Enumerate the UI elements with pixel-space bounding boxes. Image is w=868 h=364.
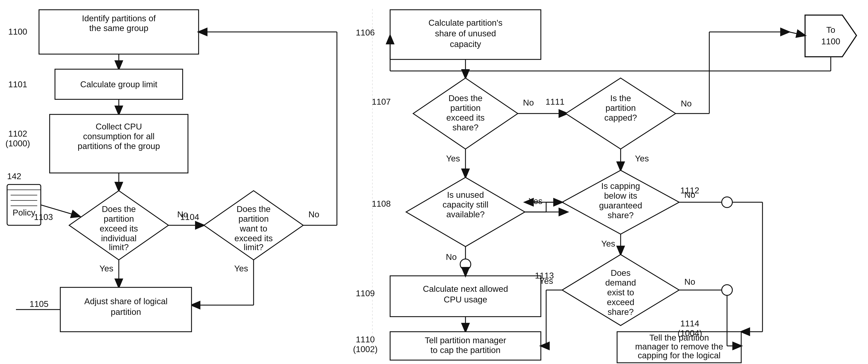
num-1101: 1101 <box>8 80 27 89</box>
yes-1103: Yes <box>99 264 113 273</box>
label-1111b: partition <box>606 103 636 113</box>
label-1103c: exceed its <box>100 224 138 233</box>
yes-1111: Yes <box>635 154 649 163</box>
label-policy: Policy <box>12 208 35 217</box>
num-1110a: 1110 <box>356 335 375 344</box>
label-1103b: partition <box>104 214 134 223</box>
label-1100: Identify partitions of <box>82 14 156 23</box>
num-1104: 1104 <box>180 212 199 222</box>
label-1109b: CPU usage <box>444 295 487 304</box>
label-1107d: share? <box>453 123 478 132</box>
num-1108: 1108 <box>372 199 391 208</box>
num-1114a: 1114 <box>680 319 700 328</box>
yes-1112: Yes <box>601 239 615 248</box>
label-1102a: Collect CPU <box>96 122 142 131</box>
num-1114b: (1004) <box>678 329 702 338</box>
arrow-to-pentagon <box>789 32 805 35</box>
label-1101: Calculate group limit <box>80 80 157 89</box>
label-1103d: individual <box>101 234 136 243</box>
label-1107c: exceed its <box>446 113 485 122</box>
label-1112c: guaranteed <box>599 201 642 210</box>
num-1110b: (1002) <box>353 344 378 354</box>
label-1113a: Does <box>611 268 630 278</box>
label-1111a: Is the <box>610 93 631 103</box>
label-1113b: demand <box>605 278 636 287</box>
num-1103: 1103 <box>34 212 53 222</box>
connector-1112 <box>722 197 732 208</box>
label-1107b: partition <box>451 103 481 113</box>
no-1107: No <box>523 98 534 107</box>
label-to1100a: To <box>826 25 835 35</box>
num-1107: 1107 <box>372 97 391 107</box>
num-policy: 142 <box>7 172 21 181</box>
connector-1113 <box>722 285 732 295</box>
label-1104a: Does the <box>237 204 271 214</box>
label-1105b: partition <box>111 307 141 316</box>
connector-1108 <box>460 259 471 270</box>
label-1100b: the same group <box>89 23 148 33</box>
label-1104c: want to <box>240 224 268 233</box>
main-diagram: Identify partitions of the same group 11… <box>0 0 868 364</box>
no-1113: No <box>684 277 695 286</box>
yes-1113: Yes <box>539 276 553 285</box>
label-1112d: share? <box>608 211 634 220</box>
num-1111: 1111 <box>546 97 565 107</box>
no-1112: No <box>684 190 695 200</box>
num-1106: 1106 <box>356 28 375 37</box>
label-1112b: below its <box>604 191 637 201</box>
num-1100: 1100 <box>8 27 27 36</box>
label-1113c: exist to <box>607 288 634 297</box>
label-to1100b: 1100 <box>822 37 840 46</box>
yes-1107: Yes <box>446 154 460 163</box>
node-to1100 <box>805 15 857 57</box>
label-1113e: share? <box>608 307 634 316</box>
num-1102a: 1102 <box>8 129 27 139</box>
label-1105a: Adjust share of logical <box>84 297 167 306</box>
label-1104d: exceed its <box>235 234 273 243</box>
label-1108b: capacity still <box>443 200 489 209</box>
label-1102c: partitions of the group <box>78 141 160 151</box>
label-1103a: Does the <box>102 204 136 214</box>
no-1111: No <box>681 99 691 108</box>
label-1111c: capped? <box>604 113 637 122</box>
label-1107a: Does the <box>448 93 483 103</box>
yes-1104: Yes <box>234 264 248 273</box>
label-1106a: Calculate partition's <box>428 18 502 28</box>
label-1112a: Is capping <box>601 181 640 191</box>
label-1108c: available? <box>446 210 485 219</box>
label-1102b: consumption for all <box>83 132 155 141</box>
label-1114b: manager to remove the <box>635 342 723 351</box>
no-1104: No <box>308 210 319 219</box>
label-1114c: capping for the logical <box>638 351 721 360</box>
label-1106c: capacity <box>450 39 481 49</box>
no-1108: No <box>446 252 457 262</box>
label-1106b: share of unused <box>435 29 496 38</box>
label-1104b: partition <box>239 214 269 223</box>
num-1105: 1105 <box>30 299 49 309</box>
label-1108a: Is unused <box>447 190 484 200</box>
label-1113d: exceed <box>607 298 634 307</box>
num-1102b: (1000) <box>5 139 30 148</box>
label-1110a: Tell partition manager <box>425 336 506 345</box>
num-1109: 1109 <box>356 289 375 298</box>
label-1109a: Calculate next allowed <box>423 284 508 294</box>
yes-1108: Yes <box>529 196 542 206</box>
label-1110b: to cap the partition <box>431 345 501 355</box>
label-1103e: limit? <box>109 242 129 252</box>
label-1104e: limit? <box>244 242 264 252</box>
